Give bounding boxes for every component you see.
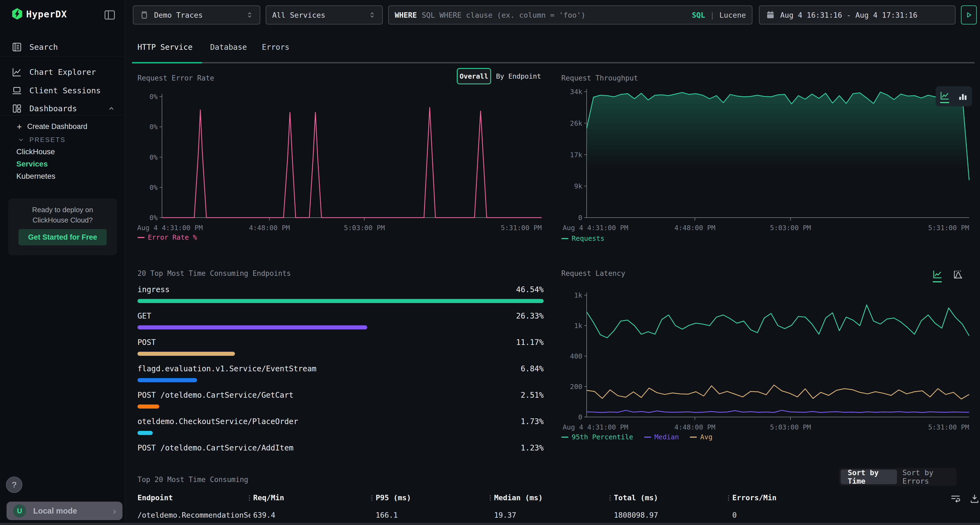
column-header-total-ms-[interactable]: Total (ms)⋮ — [614, 493, 658, 502]
hyperdx-dashboard: HyperDX Search Chart Explorer Client Ses… — [0, 0, 980, 525]
cloud-card-line1: Ready to deploy on — [8, 206, 117, 214]
tab-errors[interactable]: Errors — [262, 41, 290, 53]
throughput-chart[interactable]: 34k26k17k9k0Aug 4 4:31:00 PM4:48:00 PM5:… — [558, 65, 980, 237]
wrap-lines-icon[interactable] — [950, 493, 961, 504]
sort-by-time-button[interactable]: Sort by Time — [841, 469, 897, 484]
run-query-button[interactable] — [961, 5, 977, 24]
error-rate-chart[interactable]: 0%0%0%0%0%Aug 4 4:31:00 PM4:48:00 PM5:03… — [134, 90, 544, 237]
endpoint-row[interactable]: POST /oteldemo.CartService/GetCart2.51% — [137, 391, 544, 409]
column-header-p95-ms-[interactable]: P95 (ms)⋮ — [375, 493, 411, 502]
download-icon[interactable] — [969, 493, 980, 504]
endpoint-bar — [137, 404, 159, 409]
column-drag-handle[interactable]: ⋮ — [487, 494, 493, 501]
sidebar-item-chart-explorer[interactable]: Chart Explorer — [0, 63, 125, 81]
x-tick-label: 5:03:00 PM — [344, 224, 385, 232]
legend-item[interactable]: Error Rate % — [137, 233, 197, 241]
get-started-button[interactable]: Get Started for Free — [19, 229, 107, 245]
endpoint-percent: 26.33% — [516, 311, 544, 320]
legend-swatch — [561, 436, 568, 438]
line-chart-toggle[interactable] — [939, 90, 950, 103]
y-tick-label: 0 — [578, 413, 582, 421]
y-tick-label: 9k — [574, 182, 582, 190]
column-header-median-ms-[interactable]: Median (ms)⋮ — [494, 493, 543, 502]
endpoint-row[interactable]: oteldemo.CheckoutService/PlaceOrder1.73% — [137, 417, 544, 435]
y-tick-label: 0% — [150, 93, 158, 101]
endpoint-percent: 11.17% — [516, 338, 544, 347]
select-chevrons-icon — [245, 11, 254, 19]
endpoint-row[interactable]: ingress46.54% — [137, 285, 544, 303]
legend-item[interactable]: Requests — [561, 235, 605, 243]
time-range-value: Aug 4 16:31:16 - Aug 4 17:31:16 — [780, 11, 917, 19]
sidebar-item-services[interactable]: Services — [16, 160, 48, 168]
series-area — [587, 92, 969, 217]
source-select[interactable]: Demo Traces — [133, 5, 260, 24]
endpoint-label: POST /oteldemo.CartService/GetCart — [137, 391, 293, 400]
latency-chart[interactable]: 1k1k4002000Aug 4 4:31:00 PM4:48:00 PM5:0… — [558, 266, 980, 441]
sidebar-item-dashboards[interactable]: Dashboards — [0, 100, 125, 117]
legend-swatch — [644, 436, 651, 438]
legend-label: Avg — [700, 433, 713, 441]
legend-label: Error Rate % — [148, 233, 197, 241]
table-cell: 639.4 — [253, 511, 275, 519]
lang-separator: | — [710, 11, 714, 19]
series-line-Median — [587, 410, 969, 412]
help-button[interactable]: ? — [6, 477, 22, 493]
column-drag-handle[interactable]: ⋮ — [369, 494, 375, 501]
tab-http-service[interactable]: HTTP Service — [137, 41, 192, 53]
column-drag-handle[interactable]: ⋮ — [246, 494, 253, 501]
collapse-sidebar-icon[interactable] — [103, 9, 116, 21]
create-dashboard-button[interactable]: + Create Dashboard — [17, 122, 88, 132]
endpoint-percent: 1.23% — [521, 443, 544, 452]
table-title: Top 20 Most Time Consuming — [137, 476, 248, 484]
endpoint-label: ingress — [137, 285, 170, 294]
endpoint-row[interactable]: GET26.33% — [137, 311, 544, 330]
x-tick-label: 4:48:00 PM — [249, 224, 290, 232]
sql-mode-toggle[interactable]: SQL — [692, 11, 705, 19]
tab-database[interactable]: Database — [210, 41, 247, 53]
column-drag-handle[interactable]: ⋮ — [725, 494, 732, 501]
x-tick-label: 5:03:00 PM — [770, 224, 811, 232]
sidebar-item-search[interactable]: Search — [0, 38, 125, 56]
cloud-card-line2: ClickHouse Cloud? — [8, 216, 117, 224]
bar-chart-icon[interactable] — [958, 91, 968, 102]
overall-button[interactable]: Overall — [457, 68, 491, 84]
x-tick-label: 4:48:00 PM — [674, 224, 715, 232]
presets-label: PRESETS — [29, 136, 65, 144]
table-cell: 0 — [732, 511, 737, 519]
legend-label: 95th Percentile — [572, 433, 633, 441]
sort-by-errors-button[interactable]: Sort by Errors — [899, 468, 955, 485]
sidebar-item-kubernetes[interactable]: Kubernetes — [16, 172, 55, 181]
endpoint-row[interactable]: POST11.17% — [137, 338, 544, 356]
plus-icon: + — [17, 122, 22, 132]
y-tick-label: 0% — [150, 154, 158, 161]
legend-item[interactable]: Avg — [690, 433, 713, 441]
by-endpoint-button[interactable]: By Endpoint — [496, 68, 541, 84]
endpoint-label: GET — [137, 311, 151, 320]
lucene-mode-toggle[interactable]: Lucene — [719, 11, 746, 19]
sidebar-divider — [0, 57, 125, 57]
where-input[interactable] — [422, 11, 687, 19]
column-header-errors-min[interactable]: Errors/Min⋮ — [732, 493, 776, 502]
legend-item[interactable]: Median — [644, 433, 679, 441]
column-header-req-min[interactable]: Req/Min⋮ — [253, 493, 284, 502]
table-row[interactable]: /oteldemo.RecommendationServ639.4166.119… — [134, 511, 950, 522]
legend-swatch — [137, 237, 145, 238]
sidebar-item-client-sessions[interactable]: Client Sessions — [0, 82, 125, 100]
legend-label: Median — [654, 433, 679, 441]
endpoint-row[interactable]: flagd.evaluation.v1.Service/EventStream6… — [137, 364, 544, 382]
legend-item[interactable]: 95th Percentile — [561, 433, 633, 441]
endpoint-row[interactable]: POST /oteldemo.CartService/AddItem1.23% — [137, 443, 544, 456]
series-line-95th Percentile — [587, 305, 969, 338]
column-drag-handle[interactable]: ⋮ — [607, 494, 613, 501]
column-header-endpoint[interactable]: Endpoint — [137, 493, 173, 502]
user-menu[interactable]: U Local mode › — [6, 501, 123, 520]
throughput-legend: Requests — [561, 235, 605, 243]
play-icon — [965, 11, 973, 19]
endpoint-label: flagd.evaluation.v1.Service/EventStream — [137, 364, 316, 373]
endpoint-percent: 46.54% — [516, 285, 544, 294]
select-chevrons-icon — [368, 11, 376, 19]
service-select[interactable]: All Services — [266, 5, 383, 24]
time-range-picker[interactable]: Aug 4 16:31:16 - Aug 4 17:31:16 — [759, 5, 956, 24]
sidebar-item-clickhouse[interactable]: ClickHouse — [16, 148, 55, 156]
presets-toggle[interactable]: PRESETS — [18, 136, 65, 144]
